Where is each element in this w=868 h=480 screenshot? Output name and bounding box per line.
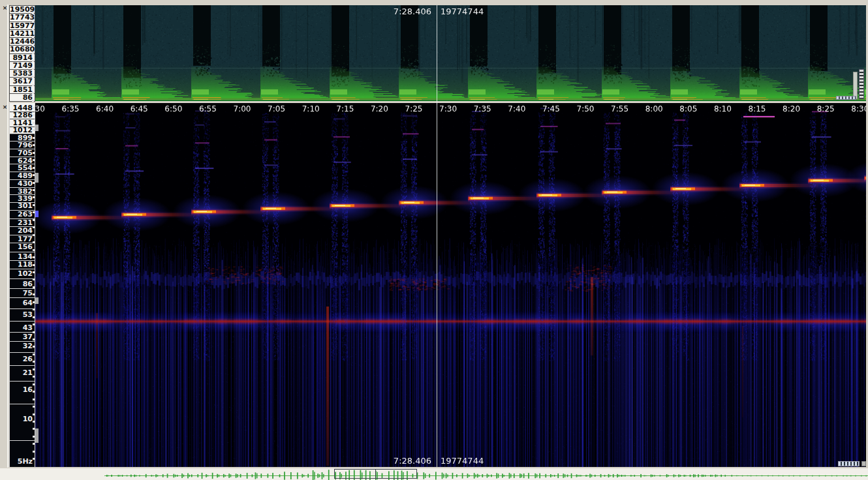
freq-cell-border (10, 404, 35, 404)
time-label: 8:25 (811, 104, 840, 114)
panel-left-divider (7, 5, 8, 468)
bottom-freq-label: 32 (10, 342, 33, 350)
freq-axis-marker[interactable] (35, 173, 39, 183)
top-panel-scrollbar-thumb[interactable] (853, 72, 858, 99)
top-freq-label: 3617 (9, 78, 35, 85)
freq-tick-mark (33, 301, 35, 303)
freq-tick-mark (33, 129, 35, 131)
bottom-freq-label: 489 (10, 172, 33, 179)
freq-tick-mark (33, 189, 35, 191)
freq-tick-mark (33, 204, 35, 206)
top-frequency-axis[interactable]: 1950917743159771421112446106808914714953… (9, 5, 35, 101)
waveform-overview-strip[interactable] (0, 468, 868, 480)
time-label: 7:30 (434, 104, 463, 114)
bottom-freq-label: 1286 (10, 111, 33, 119)
waveform-canvas[interactable] (0, 468, 868, 480)
time-label: 7:45 (536, 104, 565, 114)
time-label: 7:55 (606, 104, 634, 114)
freq-tick-mark (33, 196, 35, 198)
freq-tick-mark (33, 346, 35, 348)
freq-tick-mark (33, 241, 35, 243)
bottom-freq-label: 1448 (10, 104, 33, 112)
playback-cursor-line (437, 5, 437, 467)
freq-axis-marker[interactable] (35, 428, 39, 443)
time-label: 7:25 (399, 104, 428, 114)
bottom-frequency-axis[interactable]: 1448128611411012899796705624554489430382… (9, 103, 35, 467)
bottom-freq-label: 554 (10, 164, 33, 172)
freq-tick-mark (33, 323, 35, 325)
top-panel-zoom-indicator (836, 96, 856, 100)
freq-axis-unit-label: 5Hz (10, 457, 33, 465)
time-label: 6:50 (159, 104, 188, 114)
time-label: 6:55 (193, 104, 222, 114)
freq-axis-marker[interactable] (35, 297, 39, 304)
bottom-freq-label: 16 (10, 385, 33, 393)
bottom-freq-label: 156 (10, 243, 33, 250)
freq-tick-mark (33, 451, 35, 453)
bottom-freq-label: 43 (10, 323, 33, 331)
top-freq-label: 1851 (9, 86, 35, 94)
bottom-spectrogram-canvas[interactable] (35, 103, 866, 467)
bottom-freq-label: 10 (10, 415, 33, 423)
freq-tick-mark (33, 293, 35, 295)
bottom-freq-label: 21 (10, 368, 33, 376)
time-label: 8:10 (708, 104, 737, 114)
freq-tick-mark (33, 316, 35, 318)
top-panel-close-button[interactable]: × (1, 5, 8, 12)
bottom-panel-close-button[interactable]: × (1, 104, 8, 111)
freq-tick-mark (33, 278, 35, 280)
time-label: 8:05 (674, 104, 703, 114)
time-label: 6:40 (91, 104, 119, 114)
time-label: 7:35 (468, 104, 497, 114)
freq-tick-mark (33, 436, 35, 438)
freq-tick-mark (32, 100, 34, 102)
freq-cell-border (10, 278, 35, 279)
freq-tick-mark (33, 234, 35, 236)
bottom-panel-zoom-indicator (838, 461, 860, 466)
bottom-freq-label: 177 (10, 235, 33, 243)
freq-tick-mark (33, 413, 35, 415)
waveform-selection-box[interactable] (334, 469, 417, 479)
freq-tick-mark (33, 174, 35, 176)
freq-tick-mark (33, 368, 35, 370)
bottom-freq-label: 37 (10, 333, 33, 340)
time-label: 6:45 (125, 104, 153, 114)
freq-tick-mark (33, 249, 35, 251)
freq-tick-mark (33, 361, 35, 363)
time-label: 8:20 (777, 104, 806, 114)
waveform-selection-divider[interactable] (375, 470, 376, 478)
bottom-freq-label: 64 (10, 299, 33, 307)
bottom-panel-zoom-knob[interactable] (861, 461, 866, 466)
bottom-freq-label: 301 (10, 202, 33, 209)
time-label: 6:35 (56, 104, 85, 114)
bottom-freq-label: 705 (10, 149, 33, 157)
freq-tick-mark (33, 391, 35, 393)
freq-cell-border (10, 381, 35, 382)
bottom-freq-label: 430 (10, 179, 33, 187)
freq-axis-marker[interactable] (35, 125, 39, 131)
freq-tick-mark (33, 443, 35, 445)
time-label: 8:15 (743, 104, 771, 114)
freq-tick-mark (33, 376, 35, 378)
time-label: 7:40 (503, 104, 531, 114)
bottom-freq-label: 204 (10, 226, 33, 234)
freq-tick-mark (33, 383, 35, 385)
freq-tick-mark (33, 159, 35, 161)
time-label: 7:50 (571, 104, 600, 114)
freq-cell-border (10, 365, 35, 366)
top-spectrogram-canvas[interactable] (35, 5, 866, 101)
freq-tick-mark (33, 331, 35, 333)
freq-tick-mark (33, 421, 35, 423)
time-label: 6:30 (35, 104, 50, 114)
freq-cell-border (10, 352, 35, 353)
freq-axis-marker[interactable] (35, 211, 39, 217)
freq-tick-mark (33, 338, 35, 340)
time-axis[interactable]: 6:306:356:406:456:506:557:007:057:107:15… (35, 104, 866, 114)
top-freq-label: 8914 (9, 54, 35, 62)
top-freq-label: 86 (9, 94, 35, 102)
bottom-freq-label: 624 (10, 157, 33, 164)
bottom-freq-label: 86 (10, 280, 33, 288)
bottom-freq-label: 134 (10, 252, 33, 260)
top-freq-label: 17743 (9, 14, 35, 22)
freq-tick-mark (33, 406, 35, 408)
